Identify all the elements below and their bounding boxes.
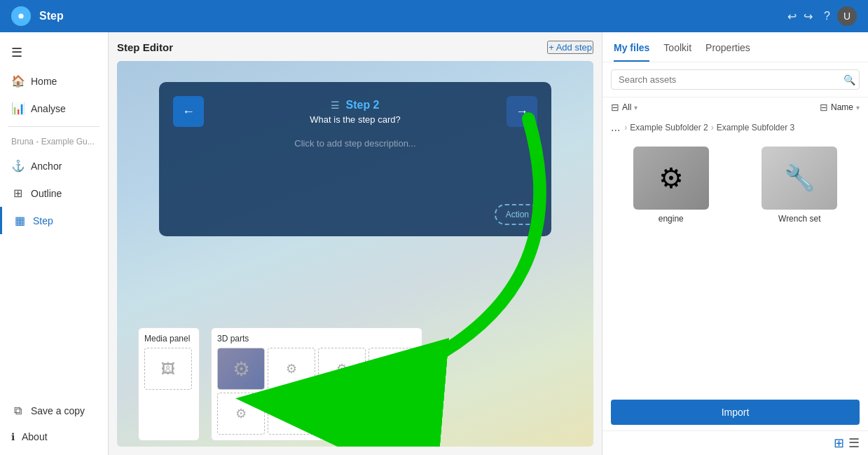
help-icon[interactable]: ? (824, 10, 830, 22)
search-bar: 🔍 (602, 62, 868, 97)
asset-engine-thumb: ⚙ (633, 147, 709, 210)
sidebar-label-home: Home (31, 76, 57, 87)
undo-icon[interactable]: ↩ (787, 10, 797, 23)
parts-cell-4[interactable]: ⚙ (368, 348, 416, 390)
right-tabs: My files Toolkit Properties (602, 32, 868, 62)
sidebar-item-about[interactable]: ℹ About (0, 424, 108, 449)
part-icon-3: ⚙ (336, 361, 347, 376)
part-icon-7: ⚙ (336, 406, 347, 421)
breadcrumb-dots[interactable]: ... (611, 121, 620, 134)
image-icon: 🖼 (161, 361, 175, 377)
sidebar-item-step[interactable]: ▦ Step (0, 207, 108, 234)
tab-toolkit[interactable]: Toolkit (663, 42, 691, 62)
media-panel: Media panel 🖼 (138, 327, 200, 441)
media-panel-title: Media panel (144, 334, 193, 344)
filter-chevron: ▾ (634, 104, 638, 111)
app-logo (11, 6, 31, 26)
action-button[interactable]: Action (495, 204, 540, 225)
asset-wrench-thumb: 🔧 (762, 147, 837, 210)
sidebar-divider (8, 126, 99, 127)
asset-wrench[interactable]: 🔧 Wrench set (740, 147, 860, 391)
sidebar-label-about: About (22, 431, 48, 442)
engine-thumbnail: ⚙ (218, 348, 264, 389)
media-grid: 🖼 (144, 348, 193, 390)
list-view-btn[interactable]: ☰ (848, 435, 860, 451)
title-actions: ↩ ↪ ? U (787, 6, 857, 26)
breadcrumb: ... › Example Subfolder 2 › Example Subf… (602, 117, 868, 138)
wrench-image: 🔧 (762, 147, 837, 210)
parts-cell-engine[interactable]: ⚙ (217, 348, 265, 390)
step-canvas[interactable]: ← ☰ Step 2 What is the step card? → Clic… (117, 61, 593, 447)
sidebar-label-analyse: Analyse (31, 103, 66, 114)
title-bar: Step ↩ ↪ ? U (0, 0, 868, 32)
engine-image: ⚙ (633, 147, 709, 210)
step-title-area: ☰ Step 2 What is the step card? (204, 99, 507, 125)
filter-icon: ⊟ (611, 102, 619, 113)
search-icon[interactable]: 🔍 (843, 74, 855, 86)
redo-icon[interactable]: ↪ (804, 10, 813, 23)
step-title: Step 2 (345, 99, 379, 111)
sidebar-menu-toggle[interactable]: ☰ (0, 38, 108, 67)
step-prev-button[interactable]: ← (173, 96, 204, 127)
parts-cell-5[interactable]: ⚙ (217, 393, 265, 435)
breadcrumb-folder1[interactable]: Example Subfolder 2 (630, 123, 708, 133)
step-description[interactable]: Click to add step description... (173, 138, 537, 149)
sidebar-item-save[interactable]: ⧉ Save a copy (0, 398, 108, 424)
step-list-icon: ☰ (331, 100, 340, 111)
sidebar-item-outline[interactable]: ⊞ Outline (0, 179, 108, 207)
asset-engine-label: engine (659, 214, 684, 224)
filter-label[interactable]: All (622, 102, 631, 112)
sort-label[interactable]: Name (831, 102, 853, 112)
app-title: Step (39, 10, 405, 22)
sidebar-label-step: Step (33, 215, 53, 226)
home-icon: 🏠 (11, 74, 24, 88)
sort-icon: ⊟ (820, 102, 828, 113)
save-icon: ⧉ (11, 405, 24, 417)
asset-engine[interactable]: ⚙ engine (611, 147, 731, 391)
parts-grid: ⚙ ⚙ ⚙ ⚙ ⚙ (217, 348, 416, 435)
parts-cell-6[interactable]: ⚙ (268, 393, 315, 435)
step-subtitle: What is the step card? (204, 114, 507, 125)
breadcrumb-folder2[interactable]: Example Subfolder 3 (717, 123, 794, 133)
outline-icon: ⊞ (11, 186, 24, 200)
sidebar-item-anchor[interactable]: ⚓ Anchor (0, 152, 108, 179)
asset-wrench-label: Wrench set (778, 214, 820, 224)
editor-header: Step Editor + Add step (117, 41, 593, 54)
parts-panel-title: 3D parts (217, 334, 416, 344)
parts-cell-3[interactable]: ⚙ (318, 348, 366, 390)
tab-myfiles[interactable]: My files (614, 42, 649, 62)
sidebar-item-home[interactable]: 🏠 Home (0, 67, 108, 95)
breadcrumb-sep-1: › (624, 123, 627, 133)
grid-view-btn[interactable]: ⊞ (834, 435, 844, 451)
sort-chevron: ▾ (856, 104, 860, 111)
step-next-button[interactable]: → (507, 96, 537, 127)
parts-cell-2[interactable]: ⚙ (268, 348, 315, 390)
tab-properties[interactable]: Properties (705, 42, 750, 62)
part-icon-5: ⚙ (235, 406, 247, 421)
sidebar-item-analyse[interactable]: 📊 Analyse (0, 95, 108, 122)
step-icon: ▦ (13, 214, 26, 227)
search-input[interactable] (611, 69, 860, 90)
sidebar-label-anchor: Anchor (31, 161, 62, 172)
main-layout: ☰ 🏠 Home 📊 Analyse Bruna - Example Gu...… (0, 32, 868, 455)
search-wrapper: 🔍 (611, 69, 860, 90)
import-button[interactable]: Import (611, 400, 860, 425)
svg-point-1 (18, 13, 23, 18)
sidebar-label-outline: Outline (31, 188, 62, 199)
parts-cell-7[interactable]: ⚙ (318, 393, 366, 435)
sidebar-bottom: ⧉ Save a copy ℹ About (0, 398, 108, 449)
editor-panel: Step Editor + Add step ← ☰ Step 2 What i… (109, 32, 602, 455)
anchor-icon: ⚓ (11, 159, 24, 172)
step-card-header: ← ☰ Step 2 What is the step card? → (173, 96, 537, 127)
user-avatar[interactable]: U (837, 6, 857, 26)
media-cell-1[interactable]: 🖼 (144, 348, 192, 390)
add-step-button[interactable]: + Add step (547, 41, 593, 54)
analyse-icon: 📊 (11, 102, 24, 115)
step-card[interactable]: ← ☰ Step 2 What is the step card? → Clic… (159, 82, 551, 236)
part-icon-6: ⚙ (286, 406, 297, 421)
sidebar: ☰ 🏠 Home 📊 Analyse Bruna - Example Gu...… (0, 32, 109, 455)
right-bottom-bar: ⊞ ☰ (602, 430, 868, 455)
filter-bar: ⊟ All ▾ ⊟ Name ▾ (602, 97, 868, 117)
sidebar-label-save: Save a copy (31, 405, 85, 416)
sidebar-user-label: Bruna - Example Gu... (0, 131, 108, 152)
